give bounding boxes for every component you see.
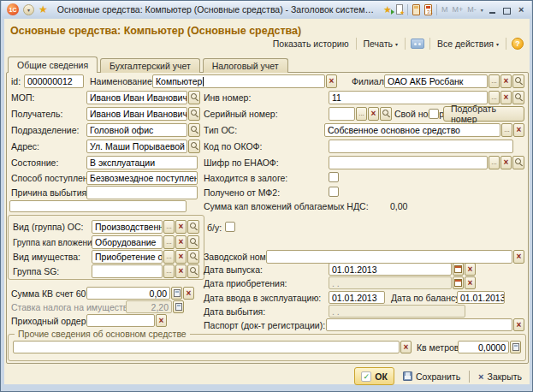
all-actions-button[interactable]: Все действия ▾	[435, 38, 500, 50]
tab-tax[interactable]: Налоговый учет	[203, 58, 288, 73]
memory-plus-button[interactable]: M+	[452, 5, 463, 14]
passport-clear-button[interactable]: ×	[513, 318, 524, 331]
inv-lookup-button[interactable]	[512, 91, 524, 104]
tab-general[interactable]: Общие сведения	[8, 56, 98, 73]
print-button[interactable]: Печать ▾	[362, 38, 400, 50]
os-group-select-button[interactable]: ...	[163, 220, 175, 234]
purchase-date-clear-button[interactable]: ×	[465, 276, 476, 289]
inv-select-button[interactable]: ...	[489, 91, 500, 104]
memory-store-button[interactable]: M	[441, 5, 448, 14]
passport-input[interactable]	[326, 318, 512, 331]
inv-clear-button[interactable]: ×	[500, 91, 512, 104]
state-input[interactable]: В эксплуатации	[86, 156, 198, 169]
capital-group-clear-button[interactable]: ×	[175, 235, 187, 249]
release-date-input[interactable]: 01.01.2013	[329, 263, 452, 276]
id-input[interactable]: 000000012	[24, 74, 84, 88]
titlebar-chevron-down-icon[interactable]: ▾	[481, 7, 483, 13]
receiver-input[interactable]: Иванов Иван Иванович	[86, 107, 187, 121]
close-button[interactable]: × Закрыть	[476, 367, 524, 385]
okof-input[interactable]	[329, 140, 513, 153]
extra-info-input[interactable]	[13, 341, 400, 353]
address-lookup-button[interactable]	[188, 140, 200, 153]
branch-lookup-button[interactable]	[512, 74, 524, 88]
purchase-date-input[interactable]: . .	[329, 276, 452, 289]
os-type-input[interactable]: Собсвенное основное средство	[324, 123, 500, 137]
related-info-icon[interactable]	[411, 39, 424, 49]
group-sg-lookup-button[interactable]	[187, 264, 199, 278]
acq-method-input[interactable]: Безвозмездное поступление	[86, 171, 198, 185]
os-type-select-button[interactable]: ...	[501, 123, 512, 137]
own-number-checkbox[interactable]	[429, 109, 439, 119]
property-kind-select-button[interactable]: ...	[163, 250, 175, 264]
address-input[interactable]: Ул. Маши Порываевой д.34	[86, 140, 187, 153]
branch-select-button[interactable]: ...	[489, 74, 500, 88]
capital-group-select-button[interactable]: ...	[163, 235, 175, 249]
serial-lookup-button[interactable]	[380, 107, 392, 121]
pledged-checkbox[interactable]	[329, 172, 339, 182]
ok-button[interactable]: ✓ ОК	[354, 367, 394, 385]
minimize-button[interactable]	[488, 4, 498, 15]
pick-number-button[interactable]: Подобрать номер	[443, 106, 524, 122]
factory-number-input[interactable]	[266, 250, 512, 264]
show-history-button[interactable]: Показать историю	[271, 38, 351, 50]
memory-minus-button[interactable]: M-	[467, 5, 477, 14]
capital-group-input[interactable]: Оборудование	[92, 235, 163, 249]
os-group-input[interactable]: Производственный и х	[92, 220, 163, 234]
capital-group-lookup-button[interactable]	[187, 235, 199, 249]
os-type-clear-button[interactable]: ×	[513, 123, 524, 137]
property-kind-input[interactable]: Приобретение основнь	[92, 250, 163, 264]
mol-lookup-button[interactable]	[188, 91, 200, 104]
sq-meters-input[interactable]: 0,0000	[458, 341, 509, 353]
release-date-calendar-button[interactable]	[453, 263, 464, 276]
order-input[interactable]	[86, 314, 155, 327]
comment-input[interactable]	[9, 200, 187, 212]
enaof-select-button[interactable]: ...	[489, 156, 500, 169]
branch-clear-button[interactable]: ×	[500, 74, 512, 88]
enaof-lookup-button[interactable]	[512, 156, 524, 169]
enaof-input[interactable]	[329, 156, 488, 169]
mf2-checkbox[interactable]	[329, 187, 339, 197]
group-sg-input[interactable]	[92, 264, 163, 278]
division-lookup-button[interactable]	[188, 123, 200, 137]
name-clear-button[interactable]: ×	[326, 74, 337, 88]
1c-logo-icon[interactable]: 1С	[7, 3, 19, 15]
tab-accounting[interactable]: Бухгалтерский учет	[100, 58, 200, 73]
sq-meters-calc-button[interactable]	[510, 341, 521, 353]
used-checkbox[interactable]	[225, 222, 235, 232]
order-clear-button[interactable]: ×	[156, 314, 167, 327]
division-input[interactable]: Головной офис	[86, 123, 187, 137]
branch-input[interactable]: ОАО АКБ Росбанк	[384, 74, 488, 88]
calculator-icon[interactable]	[412, 4, 420, 15]
system-menu-button[interactable]: ▾	[23, 4, 34, 15]
retire-reason-input[interactable]	[86, 186, 198, 199]
kv-sum-input[interactable]: 0,00	[86, 287, 170, 300]
maximize-button[interactable]	[501, 4, 512, 15]
serial-select-button[interactable]: ...	[356, 107, 367, 121]
inv-number-input[interactable]: 11	[329, 91, 488, 104]
balance-date-input[interactable]: 01.01.2013	[457, 291, 505, 304]
os-group-lookup-button[interactable]	[187, 220, 199, 234]
name-input[interactable]: Компьютер	[152, 74, 325, 88]
serial-input[interactable]	[329, 107, 355, 121]
add-favorite-icon[interactable]: ★	[383, 5, 392, 15]
help-button[interactable]: ?	[512, 38, 524, 50]
release-date-clear-button[interactable]: ×	[465, 263, 476, 276]
kv-sum-calc-button[interactable]	[171, 287, 182, 300]
property-kind-clear-button[interactable]: ×	[175, 250, 187, 264]
save-button[interactable]: Сохранить	[400, 367, 463, 385]
enaof-clear-button[interactable]: ×	[500, 156, 512, 169]
favorites-list-icon[interactable]	[396, 4, 403, 15]
calendar-icon[interactable]	[424, 4, 432, 15]
purchase-date-calendar-button[interactable]	[453, 276, 464, 289]
commission-date-input[interactable]: 01.01.2013	[329, 291, 385, 304]
group-sg-clear-button[interactable]: ×	[175, 264, 187, 278]
kv-sum-clear-button[interactable]: ×	[183, 287, 194, 300]
extra-info-clear-button[interactable]: ×	[400, 341, 412, 353]
property-kind-lookup-button[interactable]	[187, 250, 199, 264]
close-window-button[interactable]: ×	[516, 4, 526, 15]
os-group-clear-button[interactable]: ×	[175, 220, 187, 234]
receiver-lookup-button[interactable]	[188, 107, 200, 121]
mol-input[interactable]: Иванов Иван Иванович	[86, 91, 187, 104]
serial-clear-button[interactable]: ×	[368, 107, 379, 121]
group-sg-select-button[interactable]: ...	[163, 264, 175, 278]
